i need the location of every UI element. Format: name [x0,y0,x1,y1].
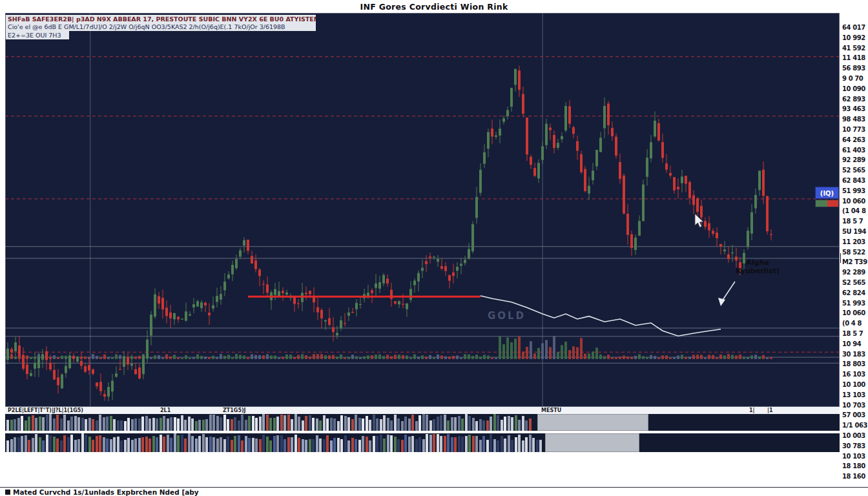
navigator-bar [234,436,236,452]
price-axis-label: 51 993 [842,300,865,307]
navigator-bar [323,439,326,452]
navigator-bar [245,420,247,431]
navigator-bar [149,439,151,452]
navigator-bar [515,415,517,431]
price-axis-label: 9 0 70 [842,75,863,82]
navigator-strip-2[interactable] [5,433,840,452]
navigator-bar [380,435,382,452]
navigator-bar [10,439,13,452]
navigator-bar [468,416,471,431]
navigator-bar [408,418,411,431]
navigator-bar [202,420,205,431]
status-square-icon [5,490,10,495]
navigator-bar [160,418,162,431]
navigator-bar [46,415,48,431]
price-axis-label: 93 463 [842,105,865,112]
navigator-bar [440,415,442,431]
navigator-bar [394,415,397,431]
navigator-bar [223,415,226,431]
navigator-bar [14,437,16,452]
navigator-bar [415,439,418,452]
navigator-bar [390,420,393,431]
navigator-bar [209,437,212,452]
navigator-bar [362,436,364,452]
price-axis-label: 92 289 [842,269,865,276]
price-tag-mini [815,200,839,207]
price-axis-label: 10 103 [842,453,865,460]
navigator-bar [411,436,414,452]
navigator-bar [408,437,411,452]
price-axis-label: 18 160 [842,473,865,480]
navigator-bar [39,437,41,452]
annotation-line-2: Kyuberlist) [735,267,780,275]
navigator-bar [437,417,439,431]
navigator-bar [248,416,251,431]
annotation-line-1: Algha [735,258,780,267]
navigator-bar [422,439,425,452]
navigator-bar [415,421,418,431]
navigator-bar [255,418,258,431]
navigator-bar [124,440,127,452]
navigator-bar [110,439,112,452]
navigator-bar [252,416,254,431]
price-axis-label: 10 090 [842,85,865,92]
navigator-bar [74,440,77,452]
navigator-bar [387,418,389,431]
navigator-bar [60,440,63,452]
navigator-bar [259,417,262,431]
price-axis-label: 5U 194 [842,228,866,235]
navigator-bar [383,415,386,431]
navigator-bar [383,439,386,452]
navigator-slider[interactable] [537,414,648,431]
navigator-bar [373,436,375,452]
price-axis-label: 41 592 [842,45,865,52]
navigator-slider[interactable] [545,433,639,452]
navigator-strip-1[interactable] [5,414,840,431]
navigator-bar [522,440,524,452]
navigator-bar [522,416,524,431]
price-axis-label: 64 263 [842,136,865,143]
navigator-bar [39,417,41,431]
price-axis-label: M2 T39 [842,258,867,265]
navigator-bar [152,436,155,452]
price-axis-label: (1 04 8 [842,207,866,214]
navigator-bar [486,420,489,431]
navigator-bar [212,437,215,452]
navigator-bar [333,418,336,431]
navigator-bar [252,438,254,452]
navigator-bar [447,420,450,431]
navigator-bar [479,419,482,431]
navigator-bar [333,438,336,452]
price-axis-label: 13 103 [842,391,865,398]
navigator-bar [124,421,127,431]
navigator-bar [245,436,247,452]
navigator-bar [501,420,503,431]
navigator-bar [525,437,528,452]
navigator-bar [184,420,187,431]
price-axis[interactable]: 64 01710 99241 59211 41856 8939 0 7010 0… [841,13,868,484]
navigator-bar [351,438,354,452]
time-axis-label: 2L1 [160,408,170,413]
navigator-bar [309,415,311,431]
navigator-bar [223,439,226,453]
candlestick-chart-area[interactable] [5,13,840,407]
navigator-bar [163,437,165,452]
navigator-bar [305,440,307,452]
navigator-bar [454,417,457,431]
navigator-bar [113,437,116,452]
navigator-bar [362,418,364,431]
price-axis-label: 51 993 [842,187,865,194]
navigator-bar [195,421,198,431]
price-axis-label: 62 893 [842,96,865,103]
price-axis-label: 61 403 [842,147,865,154]
navigator-bar [188,417,191,431]
navigator-bar [67,437,70,452]
navigator-bar [273,436,276,452]
navigator-bar [497,415,499,431]
navigator-bar [96,420,98,431]
navigator-bar [46,435,48,452]
navigator-bar [241,440,243,452]
navigator-bar [298,438,300,452]
navigator-bar [347,440,350,452]
navigator-bar [355,439,357,452]
